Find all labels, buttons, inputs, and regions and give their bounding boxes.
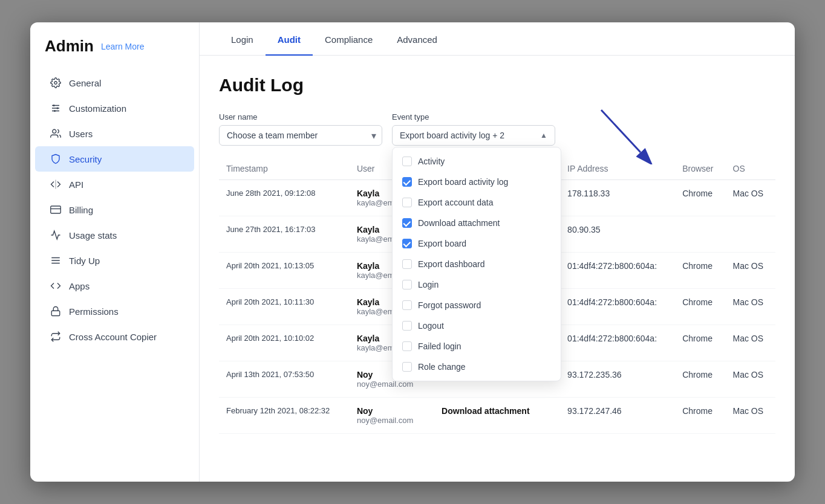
cell-timestamp: April 20th 2021, 10:10:02 (219, 325, 350, 361)
learn-more-link[interactable]: Learn More (101, 42, 145, 51)
cell-timestamp: April 20th 2021, 10:11:30 (219, 289, 350, 325)
table-row: February 12th 2021, 08:22:32 Noy noy@ema… (219, 398, 775, 434)
cell-browser (675, 216, 725, 253)
sidebar-item-label: Users (69, 129, 93, 139)
dropdown-item-activity[interactable]: Activity (393, 151, 561, 172)
cell-os: Mac OS (726, 253, 776, 289)
sidebar-item-security[interactable]: Security (35, 146, 194, 172)
event-type-value: Export board activity log + 2 (400, 131, 504, 140)
checkbox-icon (402, 300, 412, 310)
cell-user: Noy noy@email.com (350, 398, 434, 434)
dropdown-item-export-board-activity-log[interactable]: Export board activity log (393, 172, 561, 192)
tab-advanced[interactable]: Advanced (385, 22, 449, 56)
checkbox-icon (402, 177, 412, 187)
tab-audit[interactable]: Audit (266, 22, 313, 56)
cell-os: Mac OS (726, 289, 776, 325)
cell-ip: 01:4df4:272:b800:604a: (560, 253, 675, 289)
dropdown-item-role-change[interactable]: Role change (393, 357, 561, 377)
cell-timestamp: June 28th 2021, 09:12:08 (219, 180, 350, 216)
event-type-button[interactable]: Export board activity log + 2 ▲ (392, 125, 555, 146)
event-type-dropdown: ActivityExport board activity logExport … (392, 147, 561, 381)
username-filter-group: User name Choose a team member ▾ (219, 112, 382, 146)
dropdown-item-label: Export dashboard (418, 259, 485, 269)
cell-browser: Chrome (675, 253, 725, 289)
cell-ip: 178.118.33 (560, 180, 675, 216)
svg-point-7 (53, 129, 56, 133)
tab-login[interactable]: Login (219, 22, 266, 56)
dropdown-item-export-account-data[interactable]: Export account data (393, 192, 561, 213)
page-title: Audit Log (219, 75, 775, 95)
api-icon (50, 178, 62, 190)
dropdown-item-label: Login (418, 280, 439, 289)
svg-point-5 (57, 108, 59, 109)
username-label: User name (219, 112, 382, 121)
dropdown-item-login[interactable]: Login (393, 274, 561, 295)
transfer-icon (50, 331, 62, 343)
sidebar-item-cross-account[interactable]: Cross Account Copier (35, 324, 194, 349)
dropdown-item-failed-login[interactable]: Failed login (393, 336, 561, 357)
cell-browser: Chrome (675, 361, 725, 398)
dropdown-item-export-board[interactable]: Export board (393, 233, 561, 254)
sidebar-item-users[interactable]: Users (35, 121, 194, 146)
checkbox-icon (402, 198, 412, 207)
shield-icon (50, 153, 62, 165)
dropdown-item-download-attachment[interactable]: Download attachment (393, 213, 561, 233)
cell-timestamp: April 13th 2021, 07:53:50 (219, 361, 350, 398)
username-select[interactable]: Choose a team member (219, 125, 382, 146)
sidebar-item-general[interactable]: General (35, 70, 194, 95)
cell-browser: Chrome (675, 180, 725, 216)
tabs-bar: LoginAuditComplianceAdvanced (200, 22, 795, 56)
credit-card-icon (50, 204, 62, 216)
sidebar-item-billing[interactable]: Billing (35, 197, 194, 222)
event-type-filter-group: Event type Export board activity log + 2… (392, 112, 555, 146)
chart-icon (50, 229, 62, 241)
dropdown-item-label: Failed login (418, 341, 461, 351)
svg-point-0 (54, 82, 57, 85)
sidebar-item-tidy-up[interactable]: Tidy Up (35, 248, 194, 273)
col-header-timestamp: Timestamp (219, 158, 350, 180)
sidebar-item-label: Security (69, 154, 102, 164)
username-select-wrapper: Choose a team member ▾ (219, 125, 382, 146)
dropdown-item-label: Export board (418, 239, 466, 248)
code-icon (50, 280, 62, 292)
dropdown-item-forgot-password[interactable]: Forgot password (393, 295, 561, 315)
dropdown-item-label: Activity (418, 157, 445, 166)
dropdown-item-logout[interactable]: Logout (393, 315, 561, 336)
checkbox-icon (402, 321, 412, 331)
checkbox-icon (402, 362, 412, 372)
user-name: Noy (357, 406, 427, 416)
dropdown-item-export-dashboard[interactable]: Export dashboard (393, 254, 561, 274)
lock-icon (50, 305, 62, 317)
sidebar-item-label: Customization (69, 103, 126, 114)
sidebar-item-customization[interactable]: Customization (35, 95, 194, 121)
sidebar-item-label: Permissions (69, 306, 119, 317)
tab-compliance[interactable]: Compliance (313, 22, 385, 56)
sidebar-header: Admin Learn More (30, 37, 199, 70)
sidebar-item-label: API (69, 179, 83, 190)
checkbox-icon (402, 280, 412, 289)
col-header-browser: Browser (675, 158, 725, 180)
cell-ip: 80.90.35 (560, 216, 675, 253)
sidebar-item-label: Apps (69, 281, 90, 291)
dropdown-item-label: Logout (418, 321, 444, 331)
filter-row: User name Choose a team member ▾ Event t… (219, 112, 775, 146)
sidebar-item-apps[interactable]: Apps (35, 273, 194, 299)
cell-ip: 93.172.235.36 (560, 361, 675, 398)
sidebar-item-permissions[interactable]: Permissions (35, 299, 194, 324)
checkbox-icon (402, 259, 412, 269)
sidebar-item-label: Tidy Up (69, 256, 100, 266)
col-header-ip-address: IP Address (560, 158, 675, 180)
dropdown-item-label: Download attachment (418, 218, 500, 228)
users-icon (50, 128, 62, 140)
sidebar-item-usage-stats[interactable]: Usage stats (35, 222, 194, 248)
cell-timestamp: February 12th 2021, 08:22:32 (219, 398, 350, 434)
cell-os: Mac OS (726, 361, 776, 398)
sidebar-item-label: Cross Account Copier (69, 332, 157, 342)
event-type-wrapper: Export board activity log + 2 ▲ Activity… (392, 125, 555, 146)
chevron-up-icon: ▲ (540, 131, 547, 140)
sidebar-item-api[interactable]: API (35, 172, 194, 197)
tidy-icon (50, 254, 62, 267)
cell-browser: Chrome (675, 325, 725, 361)
dropdown-item-label: Forgot password (418, 300, 481, 310)
content-area: Audit Log User name (200, 56, 795, 482)
